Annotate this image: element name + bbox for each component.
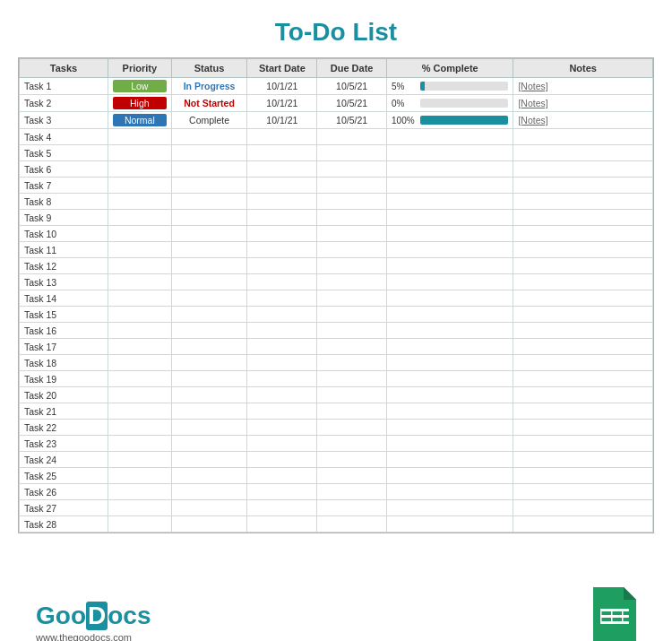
complete-cell xyxy=(387,226,513,242)
status-cell xyxy=(171,194,247,210)
start-date-cell: 10/1/21 xyxy=(247,78,317,95)
start-date-cell xyxy=(247,129,317,145)
sheets-icon-container: Sheets xyxy=(593,587,636,641)
page-title: To-Do List xyxy=(18,18,654,47)
complete-cell xyxy=(387,452,513,468)
status-cell xyxy=(171,178,247,194)
task-name-cell: Task 23 xyxy=(20,436,108,452)
priority-cell xyxy=(108,500,171,516)
start-date-cell xyxy=(247,516,317,533)
table-row: Task 8 xyxy=(20,194,653,210)
task-name-cell: Task 17 xyxy=(20,339,108,355)
start-date-cell xyxy=(247,323,317,339)
start-date-cell xyxy=(247,387,317,403)
status-cell: Not Started xyxy=(171,95,247,112)
priority-cell xyxy=(108,161,171,178)
due-date-cell xyxy=(317,452,387,468)
start-date-cell xyxy=(247,242,317,258)
due-date-cell: 10/5/21 xyxy=(317,112,387,129)
start-date-cell xyxy=(247,290,317,307)
status-cell xyxy=(171,387,247,403)
due-date-cell xyxy=(317,371,387,387)
priority-cell xyxy=(108,452,171,468)
due-date-cell xyxy=(317,210,387,226)
start-date-cell xyxy=(247,436,317,452)
due-date-cell xyxy=(317,258,387,274)
due-date-cell xyxy=(317,145,387,161)
complete-cell xyxy=(387,484,513,500)
start-date-cell xyxy=(247,484,317,500)
priority-cell xyxy=(108,145,171,161)
notes-cell xyxy=(513,436,653,452)
spreadsheet: Tasks Priority Status Start Date Due Dat… xyxy=(18,57,654,533)
priority-cell xyxy=(108,468,171,484)
priority-cell xyxy=(108,242,171,258)
complete-cell: 5% xyxy=(387,78,513,95)
notes-cell xyxy=(513,420,653,436)
priority-cell xyxy=(108,226,171,242)
table-row: Task 14 xyxy=(20,290,653,307)
goodocs-logo: GooDocs xyxy=(36,602,151,630)
status-cell xyxy=(171,484,247,500)
priority-cell xyxy=(108,484,171,500)
footer: GooDocs www.thegoodocs.com Sheets xyxy=(0,560,672,641)
notes-cell xyxy=(513,274,653,290)
footer-brand: GooDocs www.thegoodocs.com xyxy=(36,602,151,641)
task-name-cell: Task 4 xyxy=(20,129,108,145)
status-cell xyxy=(171,323,247,339)
table-row: Task 25 xyxy=(20,468,653,484)
priority-cell xyxy=(108,516,171,533)
notes-cell xyxy=(513,194,653,210)
status-cell xyxy=(171,500,247,516)
notes-cell xyxy=(513,468,653,484)
task-name-cell: Task 24 xyxy=(20,452,108,468)
start-date-cell xyxy=(247,258,317,274)
logo-ocs: ocs xyxy=(108,602,151,629)
task-name-cell: Task 10 xyxy=(20,226,108,242)
svg-rect-7 xyxy=(611,609,613,624)
table-header-row: Tasks Priority Status Start Date Due Dat… xyxy=(20,59,653,78)
complete-cell xyxy=(387,500,513,516)
complete-cell xyxy=(387,178,513,194)
task-name-cell: Task 6 xyxy=(20,161,108,178)
due-date-cell xyxy=(317,226,387,242)
table-row: Task 10 xyxy=(20,226,653,242)
complete-cell xyxy=(387,403,513,420)
due-date-cell xyxy=(317,161,387,178)
due-date-cell xyxy=(317,387,387,403)
task-name-cell: Task 7 xyxy=(20,178,108,194)
complete-cell xyxy=(387,307,513,323)
table-row: Task 9 xyxy=(20,210,653,226)
priority-cell xyxy=(108,258,171,274)
table-row: Task 21 xyxy=(20,403,653,420)
priority-cell xyxy=(108,436,171,452)
due-date-cell xyxy=(317,274,387,290)
priority-cell xyxy=(108,129,171,145)
notes-cell xyxy=(513,500,653,516)
status-cell xyxy=(171,452,247,468)
priority-cell xyxy=(108,274,171,290)
status-cell xyxy=(171,226,247,242)
due-date-cell xyxy=(317,129,387,145)
task-name-cell: Task 22 xyxy=(20,420,108,436)
table-row: Task 4 xyxy=(20,129,653,145)
start-date-cell xyxy=(247,403,317,420)
table-row: Task 12 xyxy=(20,258,653,274)
notes-cell xyxy=(513,403,653,420)
table-row: Task 23 xyxy=(20,436,653,452)
priority-cell xyxy=(108,387,171,403)
priority-cell: Normal xyxy=(108,112,171,129)
priority-cell xyxy=(108,339,171,355)
task-name-cell: Task 9 xyxy=(20,210,108,226)
table-row: Task 2HighNot Started10/1/2110/5/210%[No… xyxy=(20,95,653,112)
table-row: Task 15 xyxy=(20,307,653,323)
status-cell xyxy=(171,468,247,484)
table-row: Task 22 xyxy=(20,420,653,436)
col-priority: Priority xyxy=(108,59,171,78)
task-name-cell: Task 5 xyxy=(20,145,108,161)
complete-cell xyxy=(387,436,513,452)
notes-cell xyxy=(513,145,653,161)
due-date-cell xyxy=(317,468,387,484)
table-row: Task 27 xyxy=(20,500,653,516)
task-name-cell: Task 16 xyxy=(20,323,108,339)
